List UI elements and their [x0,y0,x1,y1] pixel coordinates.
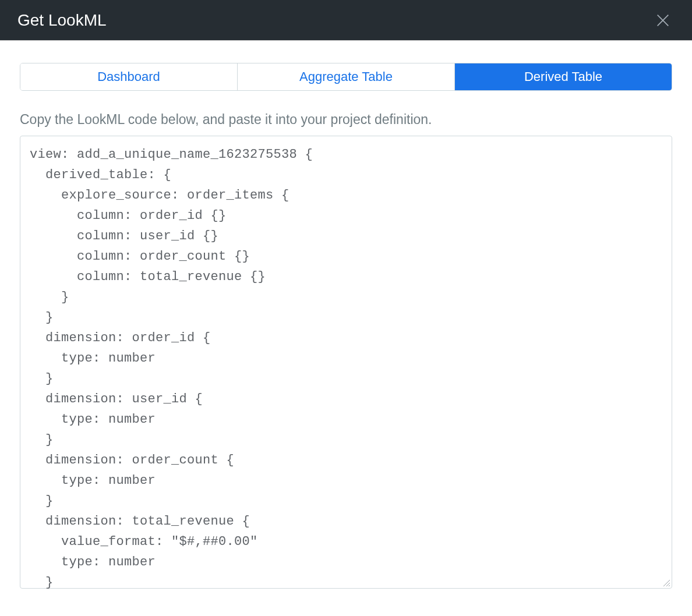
code-container: view: add_a_unique_name_1623275538 { der… [20,136,672,589]
svg-line-2 [663,580,670,586]
tab-derived-table[interactable]: Derived Table [455,63,672,90]
tab-aggregate-table[interactable]: Aggregate Table [238,63,455,90]
modal-header: Get LookML [0,0,692,41]
resize-icon [662,579,670,587]
code-block[interactable]: view: add_a_unique_name_1623275538 { der… [20,136,672,601]
close-button[interactable] [651,9,675,32]
instruction-text: Copy the LookML code below, and paste it… [20,112,672,128]
modal-content: Dashboard Aggregate Table Derived Table … [0,41,692,611]
close-icon [655,12,671,29]
tab-dashboard[interactable]: Dashboard [20,63,238,90]
tab-group: Dashboard Aggregate Table Derived Table [20,63,672,91]
svg-line-4 [669,585,670,586]
modal-title: Get LookML [17,11,107,30]
resize-handle[interactable] [662,579,670,587]
